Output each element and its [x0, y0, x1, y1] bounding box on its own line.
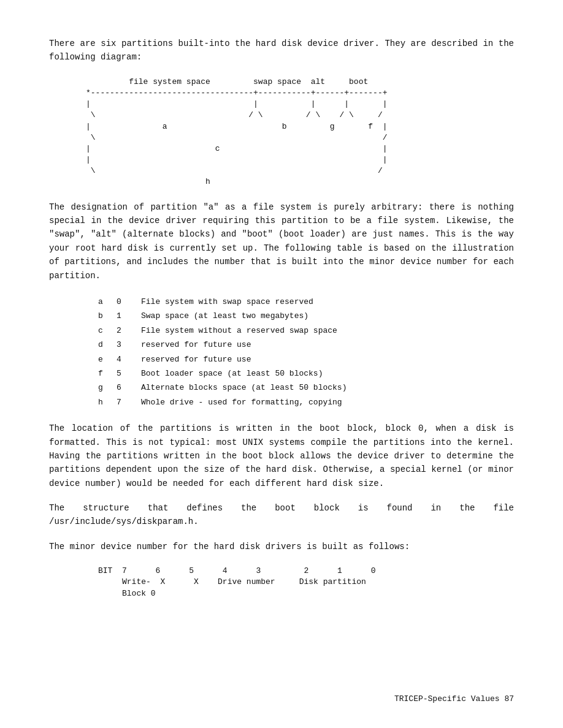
bit-table-content: BIT 7 6 5 4 3 2 1 0 Write- X X Drive num…: [98, 566, 514, 599]
partition-num-g: 6: [117, 381, 141, 395]
partition-row-c: c 2 File system without a reserved swap …: [98, 324, 514, 338]
minor-device-paragraph: The minor device number for the hard dis…: [49, 540, 514, 553]
partition-letter-g: g: [98, 381, 117, 395]
partition-desc-b: Swap space (at least two megabytes): [141, 309, 514, 323]
partition-row-h: h 7 Whole drive - used for formatting, c…: [98, 395, 514, 409]
partition-desc-c: File system without a reserved swap spac…: [141, 324, 514, 338]
partition-row-g: g 6 Alternate blocks space (at least 50 …: [98, 381, 514, 395]
bit-table: BIT 7 6 5 4 3 2 1 0 Write- X X Drive num…: [98, 566, 514, 599]
partition-letter-c: c: [98, 324, 117, 338]
page-footer: TRICEP-Specific Values 87: [394, 694, 514, 703]
partition-num-d: 3: [117, 338, 141, 352]
partition-desc-d: reserved for future use: [141, 338, 514, 352]
partition-letter-b: b: [98, 309, 117, 323]
partition-num-h: 7: [117, 395, 141, 409]
partition-letter-f: f: [98, 366, 117, 381]
partition-row-d: d 3 reserved for future use: [98, 338, 514, 352]
partition-letter-h: h: [98, 395, 117, 409]
structure-paragraph: The structure that defines the boot bloc…: [49, 501, 514, 529]
partition-num-c: 2: [117, 324, 141, 338]
partition-row-e: e 4 reserved for future use: [98, 352, 514, 366]
partition-desc-f: Boot loader space (at least 50 blocks): [141, 366, 514, 381]
partition-desc-a: File system with swap space reserved: [141, 295, 514, 309]
diagram-content: file system space swap space alt boot *-…: [86, 77, 514, 188]
partition-num-f: 5: [117, 366, 141, 381]
designation-paragraph: The designation of partition "a" as a fi…: [49, 200, 514, 282]
partition-desc-e: reserved for future use: [141, 352, 514, 366]
location-paragraph: The location of the partitions is writte…: [49, 422, 514, 490]
partition-row-b: b 1 Swap space (at least two megabytes): [98, 309, 514, 323]
partition-table: a 0 File system with swap space reserved…: [98, 295, 514, 409]
partition-num-b: 1: [117, 309, 141, 323]
partition-row-a: a 0 File system with swap space reserved: [98, 295, 514, 309]
partition-desc-h: Whole drive - used for formatting, copyi…: [141, 395, 514, 409]
partition-letter-d: d: [98, 338, 117, 352]
partition-num-e: 4: [117, 352, 141, 366]
disk-diagram: file system space swap space alt boot *-…: [86, 77, 514, 188]
partition-num-a: 0: [117, 295, 141, 309]
page: There are six partitions built-into the …: [0, 0, 563, 728]
partition-letter-e: e: [98, 352, 117, 366]
partition-letter-a: a: [98, 295, 117, 309]
partition-row-f: f 5 Boot loader space (at least 50 block…: [98, 366, 514, 381]
intro-paragraph: There are six partitions built-into the …: [49, 37, 514, 64]
partition-desc-g: Alternate blocks space (at least 50 bloc…: [141, 381, 514, 395]
